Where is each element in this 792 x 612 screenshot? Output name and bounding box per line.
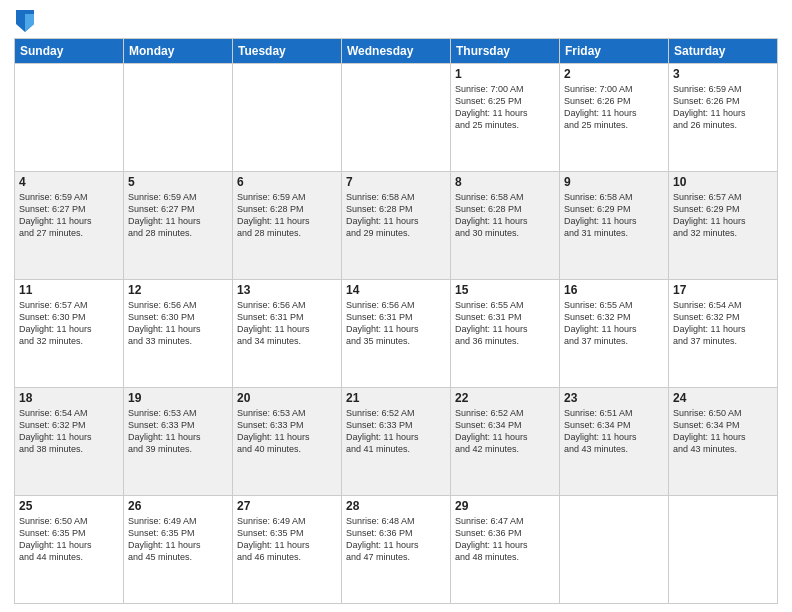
calendar-cell: 12Sunrise: 6:56 AMSunset: 6:30 PMDayligh… <box>124 280 233 388</box>
calendar-cell <box>669 496 778 604</box>
logo-area <box>14 10 34 34</box>
calendar-cell: 16Sunrise: 6:55 AMSunset: 6:32 PMDayligh… <box>560 280 669 388</box>
calendar-week-row: 25Sunrise: 6:50 AMSunset: 6:35 PMDayligh… <box>15 496 778 604</box>
col-header-friday: Friday <box>560 39 669 64</box>
day-info: Sunrise: 6:54 AMSunset: 6:32 PMDaylight:… <box>673 300 746 346</box>
calendar-week-row: 11Sunrise: 6:57 AMSunset: 6:30 PMDayligh… <box>15 280 778 388</box>
calendar-cell: 23Sunrise: 6:51 AMSunset: 6:34 PMDayligh… <box>560 388 669 496</box>
calendar-cell: 25Sunrise: 6:50 AMSunset: 6:35 PMDayligh… <box>15 496 124 604</box>
day-number: 17 <box>673 283 773 297</box>
day-info: Sunrise: 6:55 AMSunset: 6:32 PMDaylight:… <box>564 300 637 346</box>
calendar-cell: 24Sunrise: 6:50 AMSunset: 6:34 PMDayligh… <box>669 388 778 496</box>
day-number: 5 <box>128 175 228 189</box>
day-number: 4 <box>19 175 119 189</box>
day-info: Sunrise: 6:59 AMSunset: 6:26 PMDaylight:… <box>673 84 746 130</box>
svg-marker-1 <box>25 14 34 32</box>
day-info: Sunrise: 6:57 AMSunset: 6:29 PMDaylight:… <box>673 192 746 238</box>
header <box>14 10 778 34</box>
day-number: 1 <box>455 67 555 81</box>
day-info: Sunrise: 6:49 AMSunset: 6:35 PMDaylight:… <box>237 516 310 562</box>
col-header-sunday: Sunday <box>15 39 124 64</box>
day-number: 20 <box>237 391 337 405</box>
day-number: 6 <box>237 175 337 189</box>
calendar-cell: 4Sunrise: 6:59 AMSunset: 6:27 PMDaylight… <box>15 172 124 280</box>
calendar-cell: 14Sunrise: 6:56 AMSunset: 6:31 PMDayligh… <box>342 280 451 388</box>
day-info: Sunrise: 6:56 AMSunset: 6:31 PMDaylight:… <box>237 300 310 346</box>
day-info: Sunrise: 6:58 AMSunset: 6:28 PMDaylight:… <box>346 192 419 238</box>
day-number: 3 <box>673 67 773 81</box>
calendar-cell: 10Sunrise: 6:57 AMSunset: 6:29 PMDayligh… <box>669 172 778 280</box>
calendar-cell: 18Sunrise: 6:54 AMSunset: 6:32 PMDayligh… <box>15 388 124 496</box>
col-header-thursday: Thursday <box>451 39 560 64</box>
calendar-cell: 6Sunrise: 6:59 AMSunset: 6:28 PMDaylight… <box>233 172 342 280</box>
day-info: Sunrise: 6:56 AMSunset: 6:31 PMDaylight:… <box>346 300 419 346</box>
day-info: Sunrise: 6:55 AMSunset: 6:31 PMDaylight:… <box>455 300 528 346</box>
day-info: Sunrise: 6:53 AMSunset: 6:33 PMDaylight:… <box>128 408 201 454</box>
calendar-cell: 22Sunrise: 6:52 AMSunset: 6:34 PMDayligh… <box>451 388 560 496</box>
calendar-week-row: 18Sunrise: 6:54 AMSunset: 6:32 PMDayligh… <box>15 388 778 496</box>
day-info: Sunrise: 6:59 AMSunset: 6:27 PMDaylight:… <box>128 192 201 238</box>
calendar-cell <box>15 64 124 172</box>
calendar-cell: 17Sunrise: 6:54 AMSunset: 6:32 PMDayligh… <box>669 280 778 388</box>
day-info: Sunrise: 6:52 AMSunset: 6:33 PMDaylight:… <box>346 408 419 454</box>
day-info: Sunrise: 6:56 AMSunset: 6:30 PMDaylight:… <box>128 300 201 346</box>
calendar-cell: 5Sunrise: 6:59 AMSunset: 6:27 PMDaylight… <box>124 172 233 280</box>
calendar-table: SundayMondayTuesdayWednesdayThursdayFrid… <box>14 38 778 604</box>
day-number: 24 <box>673 391 773 405</box>
day-number: 15 <box>455 283 555 297</box>
calendar-cell: 2Sunrise: 7:00 AMSunset: 6:26 PMDaylight… <box>560 64 669 172</box>
calendar-week-row: 4Sunrise: 6:59 AMSunset: 6:27 PMDaylight… <box>15 172 778 280</box>
col-header-saturday: Saturday <box>669 39 778 64</box>
calendar-cell <box>560 496 669 604</box>
calendar-cell: 20Sunrise: 6:53 AMSunset: 6:33 PMDayligh… <box>233 388 342 496</box>
calendar-cell: 26Sunrise: 6:49 AMSunset: 6:35 PMDayligh… <box>124 496 233 604</box>
calendar-cell <box>342 64 451 172</box>
day-info: Sunrise: 6:59 AMSunset: 6:27 PMDaylight:… <box>19 192 92 238</box>
day-number: 23 <box>564 391 664 405</box>
day-number: 18 <box>19 391 119 405</box>
day-number: 21 <box>346 391 446 405</box>
calendar-header-row: SundayMondayTuesdayWednesdayThursdayFrid… <box>15 39 778 64</box>
col-header-wednesday: Wednesday <box>342 39 451 64</box>
day-number: 2 <box>564 67 664 81</box>
day-info: Sunrise: 6:54 AMSunset: 6:32 PMDaylight:… <box>19 408 92 454</box>
day-info: Sunrise: 6:49 AMSunset: 6:35 PMDaylight:… <box>128 516 201 562</box>
calendar-cell <box>233 64 342 172</box>
calendar-cell: 19Sunrise: 6:53 AMSunset: 6:33 PMDayligh… <box>124 388 233 496</box>
day-number: 13 <box>237 283 337 297</box>
day-info: Sunrise: 6:52 AMSunset: 6:34 PMDaylight:… <box>455 408 528 454</box>
day-number: 26 <box>128 499 228 513</box>
calendar-cell: 1Sunrise: 7:00 AMSunset: 6:25 PMDaylight… <box>451 64 560 172</box>
day-info: Sunrise: 6:50 AMSunset: 6:34 PMDaylight:… <box>673 408 746 454</box>
calendar-cell: 9Sunrise: 6:58 AMSunset: 6:29 PMDaylight… <box>560 172 669 280</box>
day-info: Sunrise: 7:00 AMSunset: 6:25 PMDaylight:… <box>455 84 528 130</box>
day-number: 9 <box>564 175 664 189</box>
day-info: Sunrise: 6:50 AMSunset: 6:35 PMDaylight:… <box>19 516 92 562</box>
day-info: Sunrise: 6:47 AMSunset: 6:36 PMDaylight:… <box>455 516 528 562</box>
calendar-cell: 29Sunrise: 6:47 AMSunset: 6:36 PMDayligh… <box>451 496 560 604</box>
calendar-cell: 13Sunrise: 6:56 AMSunset: 6:31 PMDayligh… <box>233 280 342 388</box>
day-number: 19 <box>128 391 228 405</box>
page: SundayMondayTuesdayWednesdayThursdayFrid… <box>0 0 792 612</box>
calendar-cell: 15Sunrise: 6:55 AMSunset: 6:31 PMDayligh… <box>451 280 560 388</box>
day-number: 28 <box>346 499 446 513</box>
day-info: Sunrise: 7:00 AMSunset: 6:26 PMDaylight:… <box>564 84 637 130</box>
day-number: 22 <box>455 391 555 405</box>
col-header-tuesday: Tuesday <box>233 39 342 64</box>
day-info: Sunrise: 6:59 AMSunset: 6:28 PMDaylight:… <box>237 192 310 238</box>
calendar-cell: 3Sunrise: 6:59 AMSunset: 6:26 PMDaylight… <box>669 64 778 172</box>
calendar-week-row: 1Sunrise: 7:00 AMSunset: 6:25 PMDaylight… <box>15 64 778 172</box>
day-info: Sunrise: 6:48 AMSunset: 6:36 PMDaylight:… <box>346 516 419 562</box>
day-number: 10 <box>673 175 773 189</box>
calendar-cell: 27Sunrise: 6:49 AMSunset: 6:35 PMDayligh… <box>233 496 342 604</box>
calendar-cell: 11Sunrise: 6:57 AMSunset: 6:30 PMDayligh… <box>15 280 124 388</box>
col-header-monday: Monday <box>124 39 233 64</box>
calendar-cell: 8Sunrise: 6:58 AMSunset: 6:28 PMDaylight… <box>451 172 560 280</box>
calendar-cell <box>124 64 233 172</box>
day-number: 14 <box>346 283 446 297</box>
calendar-cell: 7Sunrise: 6:58 AMSunset: 6:28 PMDaylight… <box>342 172 451 280</box>
day-number: 7 <box>346 175 446 189</box>
day-number: 11 <box>19 283 119 297</box>
day-number: 27 <box>237 499 337 513</box>
day-info: Sunrise: 6:57 AMSunset: 6:30 PMDaylight:… <box>19 300 92 346</box>
